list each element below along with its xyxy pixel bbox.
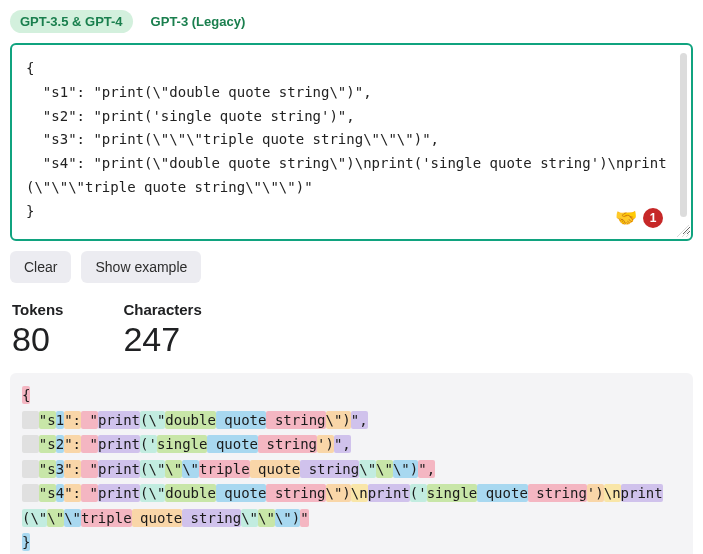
token: ", [418, 460, 435, 478]
token: ') [587, 484, 604, 502]
token: print [368, 484, 410, 502]
token: \") [326, 411, 351, 429]
show-example-button[interactable]: Show example [81, 251, 201, 283]
token: (\" [140, 484, 165, 502]
token: (\" [22, 509, 47, 527]
tokens-value: 80 [12, 320, 63, 359]
action-buttons: Clear Show example [10, 251, 693, 283]
token: \" [64, 509, 81, 527]
token: \n [604, 484, 621, 502]
token: } [22, 533, 30, 551]
token: print [98, 484, 140, 502]
token: 1 [56, 411, 64, 429]
token: \" [47, 509, 64, 527]
token: 2 [56, 435, 64, 453]
token: print [98, 411, 140, 429]
token: 3 [56, 460, 64, 478]
token: 4 [56, 484, 64, 502]
token [22, 411, 39, 429]
tab-gpt35-gpt4[interactable]: GPT-3.5 & GPT-4 [10, 10, 133, 33]
token: ", [351, 411, 368, 429]
tokens-label: Tokens [12, 301, 63, 318]
clear-button[interactable]: Clear [10, 251, 71, 283]
token: " [81, 435, 98, 453]
tab-gpt3-legacy[interactable]: GPT-3 (Legacy) [141, 10, 256, 33]
token: (' [410, 484, 427, 502]
token: quote [132, 509, 183, 527]
token: \" [359, 460, 376, 478]
token: "s [39, 435, 56, 453]
token: ", [334, 435, 351, 453]
token: string [528, 484, 587, 502]
token: quote [207, 435, 258, 453]
token: triple [81, 509, 132, 527]
token: quote [477, 484, 528, 502]
token: \" [376, 460, 393, 478]
tokens-stat: Tokens 80 [12, 301, 63, 359]
token: ": [64, 435, 81, 453]
token [22, 435, 39, 453]
token: \n [351, 484, 368, 502]
token: (\" [140, 411, 165, 429]
input-container: 🤝 1 [10, 43, 693, 241]
characters-stat: Characters 247 [123, 301, 201, 359]
token: string [300, 460, 359, 478]
reaction-count-badge: 1 [643, 208, 663, 228]
token: string [266, 484, 325, 502]
token: string [266, 411, 325, 429]
token: \") [275, 509, 300, 527]
token: triple [199, 460, 250, 478]
token: " [81, 484, 98, 502]
characters-label: Characters [123, 301, 201, 318]
handshake-icon: 🤝 [615, 207, 637, 229]
token: \" [165, 460, 182, 478]
token: single [427, 484, 478, 502]
token: " [300, 509, 308, 527]
stats-row: Tokens 80 Characters 247 [10, 301, 693, 359]
token: \") [393, 460, 418, 478]
token: single [157, 435, 208, 453]
token: "s [39, 460, 56, 478]
scrollbar[interactable] [680, 53, 687, 217]
token: " [81, 411, 98, 429]
token: ": [64, 484, 81, 502]
token: \" [182, 460, 199, 478]
reaction-badges: 🤝 1 [615, 207, 663, 229]
token: ": [64, 460, 81, 478]
characters-value: 247 [123, 320, 201, 359]
token: (' [140, 435, 157, 453]
token: quote [250, 460, 301, 478]
token: quote [216, 411, 267, 429]
token: print [98, 460, 140, 478]
tokenized-output: { "s1": "print(\"double quote string\")"… [10, 373, 693, 554]
token: string [258, 435, 317, 453]
token: print [621, 484, 663, 502]
token: "s [39, 484, 56, 502]
token: ": [64, 411, 81, 429]
token: { [22, 386, 30, 404]
model-tabs: GPT-3.5 & GPT-4 GPT-3 (Legacy) [10, 10, 693, 33]
token: \" [241, 509, 258, 527]
token: ') [317, 435, 334, 453]
token [22, 484, 39, 502]
token: " [81, 460, 98, 478]
token: string [182, 509, 241, 527]
token: \") [326, 484, 351, 502]
token: double [165, 411, 216, 429]
token-input[interactable] [12, 45, 691, 235]
token [22, 460, 39, 478]
token: print [98, 435, 140, 453]
token: "s [39, 411, 56, 429]
token: quote [216, 484, 267, 502]
token: \" [258, 509, 275, 527]
token: (\" [140, 460, 165, 478]
token: double [165, 484, 216, 502]
